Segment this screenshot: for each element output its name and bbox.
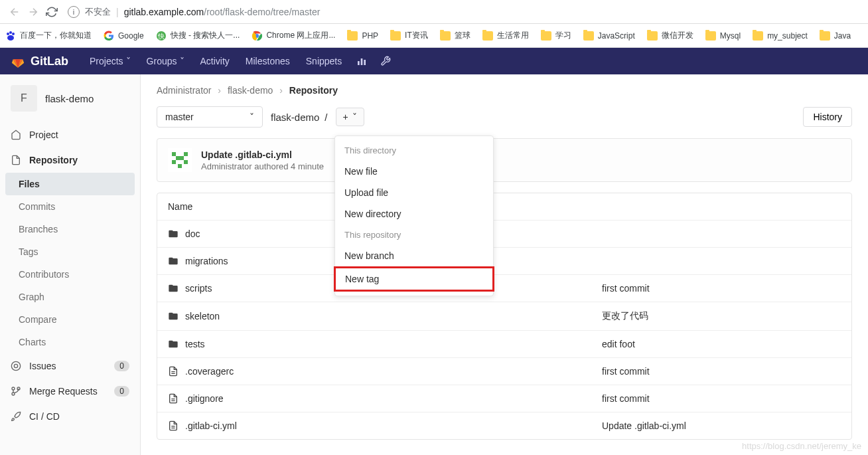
branch-selector[interactable]: master ˅ xyxy=(157,106,263,128)
sidebar-item-repository[interactable]: Repository xyxy=(0,147,140,173)
sidebar-sub-branches[interactable]: Branches xyxy=(0,218,140,240)
svg-rect-21 xyxy=(184,160,188,164)
home-icon xyxy=(11,130,21,140)
bookmark-item[interactable]: 生活常用 xyxy=(482,30,529,41)
svg-point-1 xyxy=(9,31,12,34)
bookmark-item[interactable]: 快快搜 - 搜索快人一... xyxy=(156,30,240,41)
nav-milestones[interactable]: Milestones xyxy=(238,56,298,66)
bookmark-icon xyxy=(482,31,493,41)
bookmark-icon xyxy=(347,31,358,41)
table-row[interactable]: testsedit foot xyxy=(157,331,851,358)
bookmark-icon xyxy=(705,31,716,41)
bookmark-item[interactable]: JavaScript xyxy=(583,31,635,41)
sidebar-sub-compare[interactable]: Compare xyxy=(0,308,140,331)
bookmark-bar: 百度一下，你就知道Google快快搜 - 搜索快人一...Chrome 网上应用… xyxy=(0,24,868,48)
wrench-icon[interactable] xyxy=(374,56,398,66)
address-bar[interactable]: i 不安全 | gitlab.example.com/root/flask-de… xyxy=(68,6,863,18)
bookmark-item[interactable]: 学习 xyxy=(541,30,571,41)
bookmark-item[interactable]: IT资讯 xyxy=(390,30,428,41)
chevron-down-icon: ˅ xyxy=(250,112,254,122)
table-row[interactable]: .gitignorefirst commit xyxy=(157,385,851,412)
info-icon: i xyxy=(68,6,80,18)
commit-title[interactable]: Update .gitlab-ci.yml xyxy=(201,149,324,160)
svg-rect-20 xyxy=(172,160,176,164)
url-text: gitlab.example.com/root/flask-demo/tree/… xyxy=(124,7,321,17)
watermark: https://blog.csdn.net/jeremy_ke xyxy=(742,441,861,451)
table-row[interactable]: .coveragercfirst commit xyxy=(157,358,851,385)
bookmark-item[interactable]: PHP xyxy=(347,31,378,41)
dropdown-new-directory[interactable]: New directory xyxy=(335,203,493,225)
sidebar-sub-commits[interactable]: Commits xyxy=(0,195,140,218)
plus-icon: + xyxy=(343,112,348,122)
file-name: .gitlab-ci.yml xyxy=(185,420,237,431)
svg-rect-10 xyxy=(364,60,366,65)
bookmark-item[interactable]: Java xyxy=(820,31,851,41)
sidebar-item-merge-requests[interactable]: Merge Requests0 xyxy=(0,379,140,404)
bookmark-item[interactable]: my_subject xyxy=(753,31,808,41)
table-row[interactable]: skeleton更改了代码 xyxy=(157,302,851,331)
bookmark-item[interactable]: Mysql xyxy=(705,31,741,41)
commit-message: 更改了代码 xyxy=(602,310,841,322)
dropdown-section-repo: This repository xyxy=(335,225,493,245)
bookmark-item[interactable]: 微信开发 xyxy=(647,30,693,41)
sidebar-sub-contributors[interactable]: Contributors xyxy=(0,263,140,286)
nav-projects[interactable]: Projects ˅ xyxy=(82,56,139,66)
svg-rect-22 xyxy=(178,164,182,168)
file-name: .coveragerc xyxy=(185,366,234,377)
bookmark-icon xyxy=(753,31,763,41)
bookmark-item[interactable]: 百度一下，你就知道 xyxy=(5,30,92,41)
commit-avatar xyxy=(168,148,192,172)
breadcrumb-project[interactable]: flask-demo xyxy=(228,85,273,96)
nav-groups[interactable]: Groups ˅ xyxy=(139,56,192,66)
commit-message: first commit xyxy=(602,283,841,294)
table-row[interactable]: migrations xyxy=(157,248,851,275)
project-header[interactable]: F flask-demo xyxy=(0,74,140,122)
bookmark-icon xyxy=(583,31,594,41)
table-row[interactable]: doc xyxy=(157,221,851,248)
sidebar-sub-graph[interactable]: Graph xyxy=(0,286,140,308)
nav-snippets[interactable]: Snippets xyxy=(298,56,350,66)
file-table: Name docmigrationsscriptsfirst commitske… xyxy=(157,193,852,440)
dropdown-new-file[interactable]: New file xyxy=(335,161,493,182)
dropdown-new-tag[interactable]: New tag xyxy=(334,266,494,292)
dropdown-new-branch[interactable]: New branch xyxy=(335,245,493,266)
file-name: tests xyxy=(185,339,205,349)
issues-icon xyxy=(11,361,21,371)
dropdown-upload-file[interactable]: Upload file xyxy=(335,182,493,203)
breadcrumb-current: Repository xyxy=(289,85,338,96)
bookmark-item[interactable]: 篮球 xyxy=(440,30,470,41)
table-row[interactable]: scriptsfirst commit xyxy=(157,275,851,302)
add-dropdown-menu: This directory New file Upload file New … xyxy=(334,136,494,296)
bookmark-icon xyxy=(440,31,451,41)
commit-message: first commit xyxy=(602,393,841,404)
file-icon xyxy=(168,366,179,377)
sidebar-sub-charts[interactable]: Charts xyxy=(0,331,140,353)
merge-icon xyxy=(11,386,21,397)
sidebar-item-issues[interactable]: Issues0 xyxy=(0,353,140,379)
file-icon xyxy=(168,393,179,404)
table-row[interactable]: .gitlab-ci.ymlUpdate .gitlab-ci.yml xyxy=(157,412,851,439)
back-button[interactable] xyxy=(5,3,24,21)
forward-button[interactable] xyxy=(24,3,42,21)
breadcrumb-admin[interactable]: Administrator xyxy=(157,85,211,96)
sidebar-item-ci-cd[interactable]: CI / CD xyxy=(0,404,140,429)
sidebar-item-project[interactable]: Project xyxy=(0,122,140,147)
dropdown-section-directory: This directory xyxy=(335,140,493,161)
history-button[interactable]: History xyxy=(803,107,852,127)
path-root[interactable]: flask-demo xyxy=(271,112,319,123)
chevron-down-icon: ˅ xyxy=(180,56,184,66)
nav-activity[interactable]: Activity xyxy=(192,56,238,66)
svg-rect-17 xyxy=(172,152,176,156)
sidebar-sub-tags[interactable]: Tags xyxy=(0,240,140,263)
security-label: 不安全 xyxy=(85,6,111,18)
bookmark-item[interactable]: Google xyxy=(104,31,144,41)
gitlab-logo[interactable]: GitLab xyxy=(11,54,68,68)
folder-icon xyxy=(168,256,179,266)
add-dropdown-button[interactable]: + ˅ xyxy=(336,108,364,126)
bookmark-icon xyxy=(390,31,401,41)
chart-icon[interactable] xyxy=(350,56,374,66)
reload-button[interactable] xyxy=(42,3,61,21)
last-commit-box: Update .gitlab-ci.yml Administrator auth… xyxy=(157,138,852,182)
sidebar-sub-files[interactable]: Files xyxy=(5,173,135,195)
bookmark-item[interactable]: Chrome 网上应用... xyxy=(252,30,335,41)
